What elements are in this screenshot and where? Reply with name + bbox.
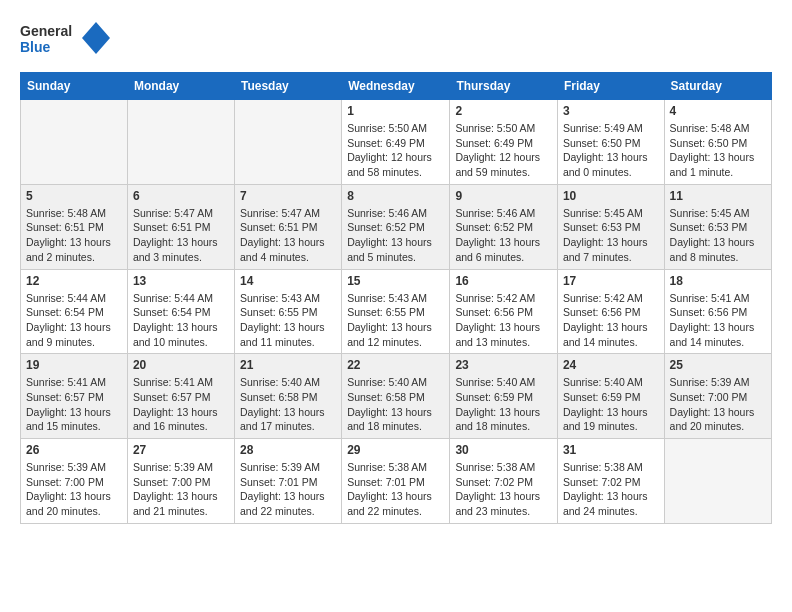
day-number: 12	[26, 274, 122, 288]
cell-info: Sunrise: 5:42 AMSunset: 6:56 PMDaylight:…	[455, 291, 552, 350]
cell-info: Sunrise: 5:38 AMSunset: 7:02 PMDaylight:…	[455, 460, 552, 519]
calendar-cell: 26Sunrise: 5:39 AMSunset: 7:00 PMDayligh…	[21, 439, 128, 524]
day-number: 7	[240, 189, 336, 203]
weekday-header-monday: Monday	[127, 73, 234, 100]
day-number: 1	[347, 104, 444, 118]
calendar-row-4: 26Sunrise: 5:39 AMSunset: 7:00 PMDayligh…	[21, 439, 772, 524]
calendar-cell: 11Sunrise: 5:45 AMSunset: 6:53 PMDayligh…	[664, 184, 771, 269]
logo-svg: General Blue	[20, 20, 110, 62]
calendar-cell: 28Sunrise: 5:39 AMSunset: 7:01 PMDayligh…	[234, 439, 341, 524]
calendar-cell: 1Sunrise: 5:50 AMSunset: 6:49 PMDaylight…	[342, 100, 450, 185]
day-number: 13	[133, 274, 229, 288]
cell-info: Sunrise: 5:44 AMSunset: 6:54 PMDaylight:…	[133, 291, 229, 350]
weekday-header-wednesday: Wednesday	[342, 73, 450, 100]
calendar-row-0: 1Sunrise: 5:50 AMSunset: 6:49 PMDaylight…	[21, 100, 772, 185]
day-number: 26	[26, 443, 122, 457]
calendar-table: SundayMondayTuesdayWednesdayThursdayFrid…	[20, 72, 772, 524]
calendar-cell: 20Sunrise: 5:41 AMSunset: 6:57 PMDayligh…	[127, 354, 234, 439]
cell-info: Sunrise: 5:40 AMSunset: 6:59 PMDaylight:…	[563, 375, 659, 434]
calendar-cell: 15Sunrise: 5:43 AMSunset: 6:55 PMDayligh…	[342, 269, 450, 354]
weekday-header-row: SundayMondayTuesdayWednesdayThursdayFrid…	[21, 73, 772, 100]
day-number: 4	[670, 104, 766, 118]
calendar-cell: 31Sunrise: 5:38 AMSunset: 7:02 PMDayligh…	[557, 439, 664, 524]
weekday-header-friday: Friday	[557, 73, 664, 100]
cell-info: Sunrise: 5:41 AMSunset: 6:57 PMDaylight:…	[26, 375, 122, 434]
calendar-cell: 21Sunrise: 5:40 AMSunset: 6:58 PMDayligh…	[234, 354, 341, 439]
calendar-cell: 29Sunrise: 5:38 AMSunset: 7:01 PMDayligh…	[342, 439, 450, 524]
calendar-row-2: 12Sunrise: 5:44 AMSunset: 6:54 PMDayligh…	[21, 269, 772, 354]
cell-info: Sunrise: 5:50 AMSunset: 6:49 PMDaylight:…	[347, 121, 444, 180]
day-number: 22	[347, 358, 444, 372]
svg-text:Blue: Blue	[20, 39, 51, 55]
cell-info: Sunrise: 5:46 AMSunset: 6:52 PMDaylight:…	[347, 206, 444, 265]
calendar-cell: 19Sunrise: 5:41 AMSunset: 6:57 PMDayligh…	[21, 354, 128, 439]
cell-info: Sunrise: 5:39 AMSunset: 7:01 PMDaylight:…	[240, 460, 336, 519]
svg-marker-2	[82, 22, 110, 54]
cell-info: Sunrise: 5:38 AMSunset: 7:01 PMDaylight:…	[347, 460, 444, 519]
day-number: 11	[670, 189, 766, 203]
day-number: 9	[455, 189, 552, 203]
calendar-cell: 22Sunrise: 5:40 AMSunset: 6:58 PMDayligh…	[342, 354, 450, 439]
calendar-cell: 14Sunrise: 5:43 AMSunset: 6:55 PMDayligh…	[234, 269, 341, 354]
cell-info: Sunrise: 5:43 AMSunset: 6:55 PMDaylight:…	[240, 291, 336, 350]
calendar-cell	[664, 439, 771, 524]
calendar-cell: 9Sunrise: 5:46 AMSunset: 6:52 PMDaylight…	[450, 184, 558, 269]
cell-info: Sunrise: 5:45 AMSunset: 6:53 PMDaylight:…	[670, 206, 766, 265]
calendar-cell: 7Sunrise: 5:47 AMSunset: 6:51 PMDaylight…	[234, 184, 341, 269]
calendar-cell: 8Sunrise: 5:46 AMSunset: 6:52 PMDaylight…	[342, 184, 450, 269]
cell-info: Sunrise: 5:50 AMSunset: 6:49 PMDaylight:…	[455, 121, 552, 180]
calendar-cell: 24Sunrise: 5:40 AMSunset: 6:59 PMDayligh…	[557, 354, 664, 439]
day-number: 20	[133, 358, 229, 372]
day-number: 14	[240, 274, 336, 288]
calendar-cell: 30Sunrise: 5:38 AMSunset: 7:02 PMDayligh…	[450, 439, 558, 524]
cell-info: Sunrise: 5:48 AMSunset: 6:51 PMDaylight:…	[26, 206, 122, 265]
svg-text:General: General	[20, 23, 72, 39]
calendar-cell: 17Sunrise: 5:42 AMSunset: 6:56 PMDayligh…	[557, 269, 664, 354]
day-number: 15	[347, 274, 444, 288]
calendar-cell: 27Sunrise: 5:39 AMSunset: 7:00 PMDayligh…	[127, 439, 234, 524]
calendar-cell	[234, 100, 341, 185]
calendar-cell: 3Sunrise: 5:49 AMSunset: 6:50 PMDaylight…	[557, 100, 664, 185]
day-number: 24	[563, 358, 659, 372]
cell-info: Sunrise: 5:46 AMSunset: 6:52 PMDaylight:…	[455, 206, 552, 265]
calendar-cell	[127, 100, 234, 185]
cell-info: Sunrise: 5:40 AMSunset: 6:59 PMDaylight:…	[455, 375, 552, 434]
weekday-header-thursday: Thursday	[450, 73, 558, 100]
day-number: 2	[455, 104, 552, 118]
calendar-cell: 10Sunrise: 5:45 AMSunset: 6:53 PMDayligh…	[557, 184, 664, 269]
calendar-cell: 25Sunrise: 5:39 AMSunset: 7:00 PMDayligh…	[664, 354, 771, 439]
day-number: 16	[455, 274, 552, 288]
calendar-cell: 6Sunrise: 5:47 AMSunset: 6:51 PMDaylight…	[127, 184, 234, 269]
calendar-cell: 13Sunrise: 5:44 AMSunset: 6:54 PMDayligh…	[127, 269, 234, 354]
calendar-cell: 5Sunrise: 5:48 AMSunset: 6:51 PMDaylight…	[21, 184, 128, 269]
day-number: 10	[563, 189, 659, 203]
day-number: 21	[240, 358, 336, 372]
cell-info: Sunrise: 5:42 AMSunset: 6:56 PMDaylight:…	[563, 291, 659, 350]
day-number: 8	[347, 189, 444, 203]
day-number: 25	[670, 358, 766, 372]
day-number: 19	[26, 358, 122, 372]
cell-info: Sunrise: 5:41 AMSunset: 6:56 PMDaylight:…	[670, 291, 766, 350]
day-number: 5	[26, 189, 122, 203]
day-number: 27	[133, 443, 229, 457]
logo: General Blue	[20, 20, 110, 62]
cell-info: Sunrise: 5:39 AMSunset: 7:00 PMDaylight:…	[133, 460, 229, 519]
day-number: 29	[347, 443, 444, 457]
day-number: 28	[240, 443, 336, 457]
cell-info: Sunrise: 5:49 AMSunset: 6:50 PMDaylight:…	[563, 121, 659, 180]
calendar-cell: 2Sunrise: 5:50 AMSunset: 6:49 PMDaylight…	[450, 100, 558, 185]
cell-info: Sunrise: 5:43 AMSunset: 6:55 PMDaylight:…	[347, 291, 444, 350]
cell-info: Sunrise: 5:38 AMSunset: 7:02 PMDaylight:…	[563, 460, 659, 519]
day-number: 17	[563, 274, 659, 288]
calendar-cell	[21, 100, 128, 185]
cell-info: Sunrise: 5:47 AMSunset: 6:51 PMDaylight:…	[240, 206, 336, 265]
cell-info: Sunrise: 5:39 AMSunset: 7:00 PMDaylight:…	[670, 375, 766, 434]
calendar-cell: 4Sunrise: 5:48 AMSunset: 6:50 PMDaylight…	[664, 100, 771, 185]
day-number: 23	[455, 358, 552, 372]
calendar-cell: 12Sunrise: 5:44 AMSunset: 6:54 PMDayligh…	[21, 269, 128, 354]
calendar-cell: 16Sunrise: 5:42 AMSunset: 6:56 PMDayligh…	[450, 269, 558, 354]
weekday-header-tuesday: Tuesday	[234, 73, 341, 100]
weekday-header-sunday: Sunday	[21, 73, 128, 100]
day-number: 31	[563, 443, 659, 457]
cell-info: Sunrise: 5:39 AMSunset: 7:00 PMDaylight:…	[26, 460, 122, 519]
